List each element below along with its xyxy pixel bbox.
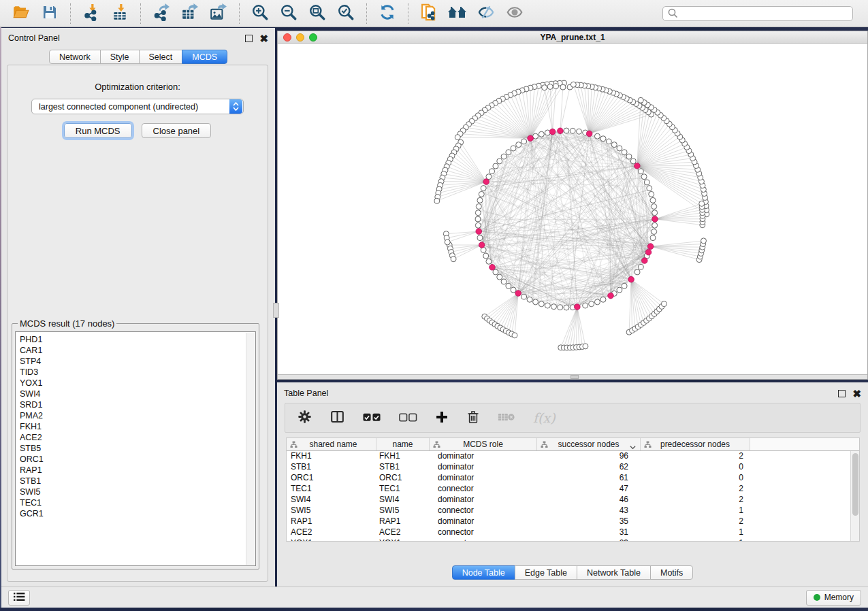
table-row[interactable]: YOX1YOX1connector291 (287, 538, 859, 542)
table-cell[interactable]: SWI5 (376, 506, 430, 516)
export-web-button[interactable] (418, 3, 440, 24)
select-all-button[interactable] (363, 412, 381, 424)
table-cell[interactable]: 0 (641, 473, 750, 484)
vertical-splitter-grip[interactable] (273, 303, 279, 318)
open-button[interactable] (10, 3, 32, 24)
zoom-out-button[interactable] (278, 3, 300, 24)
table-cell[interactable]: connector (430, 484, 537, 495)
delete-column-button[interactable] (466, 410, 480, 427)
table-row[interactable]: SWI5SWI5connector431 (287, 506, 859, 516)
task-history-button[interactable] (8, 590, 30, 606)
tab-network[interactable]: Network (49, 50, 101, 64)
table-cell[interactable]: dominator (430, 495, 537, 506)
optimization-criterion-select[interactable]: largest connected component (undirected) (31, 99, 244, 114)
hide-selected-button[interactable] (475, 3, 497, 24)
table-cell[interactable]: 1 (641, 538, 750, 542)
table-cell[interactable]: 61 (537, 473, 641, 484)
table-cell[interactable]: YOX1 (287, 538, 376, 542)
destroy-table-button[interactable] (498, 412, 515, 425)
tab-node-table[interactable]: Node Table (452, 565, 515, 580)
table-vertical-scrollbar[interactable] (850, 451, 859, 541)
first-neighbors-button[interactable] (447, 3, 468, 24)
mcds-result-node[interactable]: STB5 (20, 443, 255, 454)
scrollbar-thumb[interactable] (852, 453, 858, 516)
table-cell[interactable]: dominator (430, 451, 537, 462)
deselect-all-button[interactable] (399, 412, 417, 424)
export-table-button[interactable] (179, 3, 201, 24)
network-window-titlebar[interactable]: YPA_prune.txt_1 (278, 31, 867, 44)
table-cell[interactable]: STB1 (287, 462, 376, 473)
close-panel-icon[interactable]: ✖ (259, 35, 268, 42)
column-header-name[interactable]: name (376, 438, 430, 450)
tab-style[interactable]: Style (100, 50, 140, 64)
mcds-result-list[interactable]: PHD1CAR1STP4TID3YOX1SWI4SRD1PMA2FKH1ACE2… (15, 331, 256, 566)
tab-mcds[interactable]: MCDS (182, 50, 227, 64)
table-row[interactable]: ACE2ACE2connector311 (287, 527, 859, 538)
table-cell[interactable]: 46 (537, 495, 641, 506)
table-cell[interactable]: FKH1 (376, 451, 430, 462)
network-canvas[interactable] (278, 44, 867, 374)
export-image-button[interactable] (208, 3, 229, 24)
table-cell[interactable]: dominator (430, 462, 537, 473)
table-cell[interactable]: 31 (537, 527, 641, 538)
table-cell[interactable]: 2 (641, 484, 750, 495)
mcds-result-node[interactable]: STB1 (20, 476, 255, 486)
table-cell[interactable]: 2 (641, 495, 750, 506)
table-cell[interactable]: TEC1 (376, 484, 430, 495)
table-cell[interactable]: RAP1 (287, 516, 376, 527)
mcds-result-node[interactable]: ACE2 (20, 432, 255, 443)
import-network-button[interactable] (80, 3, 102, 24)
table-row[interactable]: SWI4SWI4dominator462 (287, 495, 859, 506)
run-mcds-button[interactable]: Run MCDS (64, 123, 132, 138)
save-button[interactable] (39, 3, 61, 24)
mcds-result-node[interactable]: TID3 (20, 367, 255, 378)
table-settings-button[interactable] (298, 410, 312, 426)
table-cell[interactable]: 35 (537, 516, 641, 527)
tab-network-table[interactable]: Network Table (577, 565, 651, 580)
zoom-fit-button[interactable] (306, 3, 328, 24)
float-panel-icon[interactable] (838, 390, 846, 397)
table-cell[interactable]: connector (430, 527, 537, 538)
table-cell[interactable]: FKH1 (287, 451, 376, 462)
table-cell[interactable]: ACE2 (376, 527, 430, 538)
column-header-mcds-role[interactable]: MCDS role (430, 438, 537, 450)
zoom-selected-button[interactable] (335, 3, 357, 24)
import-table-button[interactable] (109, 3, 131, 24)
mcds-result-node[interactable]: PHD1 (20, 334, 255, 345)
table-row[interactable]: ORC1ORC1dominator610 (287, 473, 859, 484)
table-row[interactable]: FKH1FKH1dominator962 (287, 451, 859, 462)
zoom-in-button[interactable] (249, 3, 271, 24)
table-cell[interactable]: 1 (641, 527, 750, 538)
mcds-result-node[interactable]: SRD1 (20, 399, 255, 410)
export-network-button[interactable] (150, 3, 172, 24)
table-cell[interactable]: connector (430, 538, 537, 542)
search-input[interactable] (679, 9, 848, 18)
column-header-predecessor-nodes[interactable]: predecessor nodes (641, 438, 750, 450)
search-box[interactable] (662, 6, 853, 21)
table-cell[interactable]: SWI4 (376, 495, 430, 506)
refresh-button[interactable] (376, 3, 398, 24)
table-cell[interactable]: SWI4 (287, 495, 376, 506)
table-cell[interactable]: 1 (641, 506, 750, 516)
memory-button[interactable]: Memory (806, 590, 861, 606)
table-cell[interactable]: ACE2 (287, 527, 376, 538)
table-cell[interactable]: 0 (641, 462, 750, 473)
mcds-result-node[interactable]: YOX1 (20, 378, 255, 389)
mcds-result-node[interactable]: FKH1 (20, 421, 255, 432)
table-cell[interactable]: 2 (641, 516, 750, 527)
table-cell[interactable]: ORC1 (376, 473, 430, 484)
table-row[interactable]: RAP1RAP1dominator352 (287, 516, 859, 527)
table-row[interactable]: STB1STB1dominator620 (287, 462, 859, 473)
float-panel-icon[interactable] (245, 35, 253, 42)
table-cell[interactable]: dominator (430, 473, 537, 484)
table-cell[interactable]: 96 (537, 451, 641, 462)
table-cell[interactable]: RAP1 (376, 516, 430, 527)
column-header-successor-nodes[interactable]: successor nodes (537, 438, 641, 450)
table-cell[interactable]: STB1 (376, 462, 430, 473)
tab-edge-table[interactable]: Edge Table (515, 565, 577, 580)
column-header-shared-name[interactable]: shared name (287, 438, 376, 450)
table-cell[interactable]: 2 (641, 451, 750, 462)
table-cell[interactable]: ORC1 (287, 473, 376, 484)
tab-motifs[interactable]: Motifs (650, 565, 693, 580)
horizontal-splitter-grip[interactable] (570, 375, 579, 379)
